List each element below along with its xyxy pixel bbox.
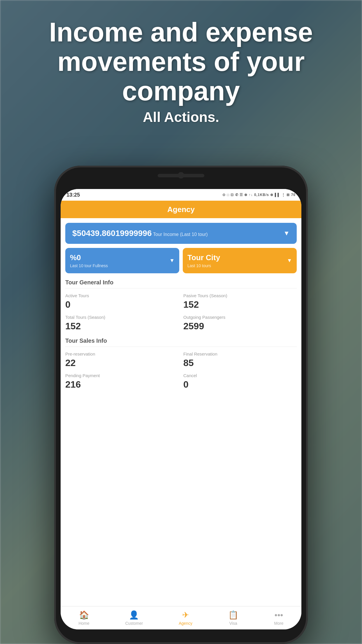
nav-icon-customer: 👤 <box>129 610 139 620</box>
status-bar: 13:25 ⊙ □ ⊡ ✆ ☰ ⊛ ↑↓ 0,1KB/s ⊗ ▌▌ ⋮ ⊞ 70 <box>61 189 301 201</box>
stat-label: Pending Payment <box>65 373 179 378</box>
app-content[interactable]: $50439.86019999996 Tour Income (Last 10 … <box>61 218 301 606</box>
nav-item-home[interactable]: 🏠 Home <box>78 610 89 626</box>
stat-item: Pending Payment 216 <box>65 373 179 390</box>
nav-label-customer: Customer <box>125 621 143 626</box>
cards-row: %0 Last 10 tour Fullness ▼ Tour City Las… <box>65 248 297 273</box>
sales-stats-grid: Pre-reservation 22 Final Reservation 85 … <box>65 351 297 390</box>
city-main: Tour City <box>187 253 220 262</box>
nav-icon-home: 🏠 <box>79 610 89 620</box>
city-arrow: ▼ <box>287 258 292 264</box>
city-sub: Last 10 tours <box>187 263 220 268</box>
fullness-sub: Last 10 tour Fullness <box>70 263 108 268</box>
stat-item: Pre-reservation 22 <box>65 351 179 368</box>
phone-frame: 13:25 ⊙ □ ⊡ ✆ ☰ ⊛ ↑↓ 0,1KB/s ⊗ ▌▌ ⋮ ⊞ 70… <box>54 166 308 644</box>
income-card[interactable]: $50439.86019999996 Tour Income (Last 10 … <box>65 223 297 244</box>
stat-value: 0 <box>183 379 297 390</box>
stat-label: Pre-reservation <box>65 351 179 356</box>
stat-value: 152 <box>65 321 179 332</box>
city-card[interactable]: Tour City Last 10 tours ▼ <box>183 248 297 273</box>
stat-item: Pasive Tours (Season) 152 <box>183 293 297 310</box>
stat-value: 22 <box>65 358 179 368</box>
phone-screen: 13:25 ⊙ □ ⊡ ✆ ☰ ⊛ ↑↓ 0,1KB/s ⊗ ▌▌ ⋮ ⊞ 70… <box>61 189 301 629</box>
income-label: Tour Income (Last 10 tour) <box>153 232 208 237</box>
app-header: Agency <box>61 201 301 218</box>
hero-subtitle: All Actions. <box>17 109 345 125</box>
nav-label-visa: Visa <box>229 621 237 626</box>
stat-label: Total Tours (Season) <box>65 315 179 320</box>
stat-item: Total Tours (Season) 152 <box>65 315 179 332</box>
fullness-main: %0 <box>70 253 108 262</box>
nav-icon-visa: 📋 <box>228 610 238 620</box>
nav-label-more: More <box>274 621 284 626</box>
phone-speaker <box>158 174 204 177</box>
status-icons: ⊙ □ ⊡ ✆ ☰ ⊛ ↑↓ 0,1KB/s ⊗ ▌▌ ⋮ ⊞ 70 <box>222 193 296 197</box>
phone-wrapper: 13:25 ⊙ □ ⊡ ✆ ☰ ⊛ ↑↓ 0,1KB/s ⊗ ▌▌ ⋮ ⊞ 70… <box>54 166 308 644</box>
status-icons-text: ⊙ □ ⊡ ✆ ☰ ⊛ ↑↓ 0,1KB/s ⊗ ▌▌ ⋮ ⊞ 70 <box>222 193 296 197</box>
nav-item-visa[interactable]: 📋 Visa <box>228 610 238 626</box>
hero-headline: Income and expense movements of your com… <box>17 18 345 106</box>
nav-item-customer[interactable]: 👤 Customer <box>125 610 143 626</box>
nav-icon-agency: ✈ <box>182 610 189 620</box>
hero-text-container: Income and expense movements of your com… <box>0 18 362 125</box>
stat-item: Final Reservation 85 <box>183 351 297 368</box>
stat-item: Outgoing Passengers 2599 <box>183 315 297 332</box>
nav-icon-more: ••• <box>275 610 283 620</box>
income-amount: $50439.86019999996 <box>72 229 152 238</box>
fullness-card[interactable]: %0 Last 10 tour Fullness ▼ <box>65 248 179 273</box>
stat-item: Cancel 0 <box>183 373 297 390</box>
nav-item-agency[interactable]: ✈ Agency <box>179 610 192 626</box>
stat-label: Active Tours <box>65 293 179 298</box>
stat-item: Active Tours 0 <box>65 293 179 310</box>
general-stats-grid: Active Tours 0 Pasive Tours (Season) 152… <box>65 293 297 332</box>
stat-label: Cancel <box>183 373 297 378</box>
app-header-title: Agency <box>167 205 195 214</box>
bottom-nav: 🏠 Home 👤 Customer ✈ Agency 📋 Visa ••• Mo… <box>61 606 301 629</box>
general-info-title: Tour General Info <box>65 279 297 288</box>
fullness-arrow: ▼ <box>169 258 175 264</box>
nav-label-agency: Agency <box>179 621 192 626</box>
stat-value: 85 <box>183 358 297 368</box>
stat-label: Pasive Tours (Season) <box>183 293 297 298</box>
nav-label-home: Home <box>78 621 89 626</box>
income-card-left: $50439.86019999996 Tour Income (Last 10 … <box>72 229 208 238</box>
stat-value: 0 <box>65 299 179 310</box>
stat-value: 152 <box>183 299 297 310</box>
income-card-arrow: ▼ <box>283 230 290 237</box>
status-time: 13:25 <box>66 192 80 198</box>
stat-label: Final Reservation <box>183 351 297 356</box>
stat-value: 2599 <box>183 321 297 332</box>
sales-info-title: Tour Sales Info <box>65 337 297 347</box>
stat-label: Outgoing Passengers <box>183 315 297 320</box>
stat-value: 216 <box>65 379 179 390</box>
nav-item-more[interactable]: ••• More <box>274 610 284 626</box>
